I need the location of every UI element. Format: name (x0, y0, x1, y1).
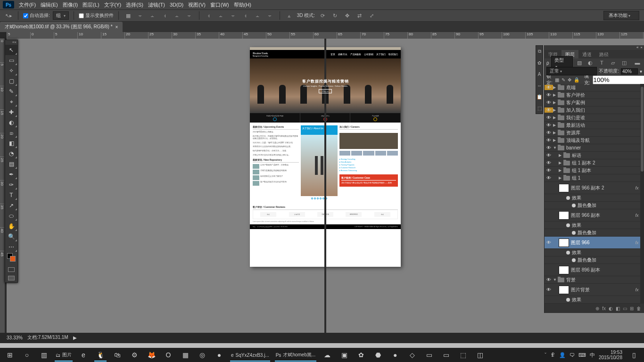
panel-action-icon[interactable]: 🗑 (636, 306, 641, 311)
visibility-toggle[interactable]: 👁 (545, 240, 553, 245)
taskbar-chrome[interactable]: ◎ (194, 348, 210, 362)
close-icon[interactable]: × (640, 45, 643, 50)
align-icon[interactable]: ⫠ (148, 11, 157, 20)
taskbar-app6[interactable]: ▭ (421, 348, 437, 362)
tray-icon[interactable]: 🕏 (550, 352, 555, 358)
tool-6[interactable]: ✚ (5, 107, 17, 117)
panel-action-icon[interactable]: ◧ (616, 306, 620, 311)
tool-8[interactable]: ⎄ (5, 128, 17, 138)
fill-input[interactable] (593, 75, 644, 84)
layer-row[interactable]: 颜色叠加 (545, 202, 644, 209)
visibility-toggle[interactable]: 👁 (545, 175, 553, 181)
tool-18[interactable]: 🔍 (5, 231, 17, 242)
layer-name[interactable]: 底端 (566, 84, 644, 91)
opacity-scrub-icon[interactable]: ▾ (640, 69, 642, 74)
menu-type[interactable]: 文字(Y) (104, 1, 122, 8)
visibility-toggle[interactable]: 👁 (545, 168, 553, 173)
scrollbar[interactable] (640, 84, 644, 304)
layer-row[interactable]: 👁▶最新活动 (545, 122, 644, 129)
taskbar-ie[interactable]: eSqYxZ4zxB3.j... (228, 348, 272, 362)
3d-roll-icon[interactable]: ↻ (330, 11, 339, 20)
disclosure-arrow-icon[interactable]: ▶ (553, 108, 558, 112)
dist-icon[interactable]: ⫟ (265, 11, 275, 20)
tool-13[interactable]: ✑ (5, 180, 17, 190)
layer-row[interactable]: 👁▼banner (545, 144, 644, 152)
dist-icon[interactable]: ⫠ (216, 11, 226, 20)
layer-thumbnail[interactable] (559, 211, 569, 220)
notifications-icon[interactable]: ▯ (626, 348, 642, 362)
disclosure-arrow-icon[interactable]: ▶ (559, 153, 563, 157)
tool-3[interactable]: ▢ (5, 76, 17, 86)
dist-icon[interactable]: ⫟ (229, 11, 238, 20)
tool-12[interactable]: ✒ (5, 169, 17, 180)
tool-17[interactable]: ✋ (5, 221, 17, 231)
layer-row[interactable]: 👁▶客户评价 (545, 91, 644, 99)
tool-7[interactable]: ◐ (5, 117, 17, 128)
tool-2[interactable]: ✧ (5, 66, 17, 76)
tray-icon[interactable]: ˇ (545, 352, 546, 358)
taskbar-app8[interactable]: ⬚ (455, 348, 471, 362)
panel-action-icon[interactable]: ◐ (609, 306, 613, 311)
taskbar-cortana[interactable]: ○ (19, 348, 35, 362)
menu-help[interactable]: 帮助(H) (234, 1, 251, 8)
filter-toggle[interactable]: ▬ (633, 58, 642, 67)
panel-icon[interactable]: A (536, 68, 543, 80)
layer-row[interactable]: 👁▶组 1 (545, 174, 644, 182)
taskbar-app5[interactable]: ● (387, 348, 403, 362)
panel-icon[interactable]: ⧉ (536, 46, 543, 57)
panel-icon[interactable]: 📋 (536, 91, 543, 102)
layer-thumbnail[interactable] (559, 184, 569, 192)
zoom-level[interactable]: 33.33% (7, 335, 23, 340)
close-icon[interactable]: × (116, 25, 118, 30)
disclosure-arrow-icon[interactable]: ▶ (553, 93, 558, 97)
taskbar-app7[interactable]: ▭ (438, 348, 454, 362)
visibility-toggle[interactable]: 👁 (545, 277, 553, 282)
layer-row[interactable]: 👁图层 966fx ▾ (545, 237, 644, 249)
dist-icon[interactable]: ⫞ (241, 11, 250, 20)
layer-row[interactable]: 👁▶资源库 (545, 129, 644, 137)
taskbar-onedrive[interactable]: ☁ (319, 348, 335, 362)
3d-orbit-icon[interactable]: ⟳ (318, 11, 327, 20)
auto-select-target[interactable]: 组 (53, 11, 69, 20)
align-icon[interactable]: ▦ (124, 11, 133, 20)
menu-3d[interactable]: 3D(D) (170, 2, 183, 8)
tab-paths[interactable]: 路径 (595, 50, 612, 58)
document-tab[interactable]: 才斌homeb黑1000.tif @ 33.3% (图层 966, RGB/8)… (0, 22, 123, 32)
tool-1[interactable]: ▭ (5, 55, 17, 66)
collapse-icon[interactable]: « (636, 45, 638, 50)
visibility-toggle[interactable]: 👁 (545, 107, 553, 113)
layer-name[interactable]: 组 1 副本 2 (572, 160, 644, 166)
opacity-input[interactable] (621, 68, 638, 74)
visibility-toggle[interactable]: 👁 (545, 130, 553, 135)
blend-mode[interactable]: 正常 (546, 67, 597, 75)
tool-16[interactable]: ⬭ (5, 211, 17, 221)
visibility-toggle[interactable]: 👁 (545, 160, 553, 165)
taskbar-opera[interactable]: O (160, 348, 176, 362)
layer-name[interactable]: 颜色叠加 (578, 257, 644, 263)
taskbar-app4[interactable]: ⬣ (370, 348, 386, 362)
layer-name[interactable]: 颜色叠加 (578, 230, 644, 236)
layer-name[interactable]: 图层 966 (571, 239, 635, 246)
dist-icon[interactable]: ⫞ (204, 11, 214, 20)
menu-edit[interactable]: 编辑(E) (41, 1, 58, 8)
visibility-toggle[interactable]: 👁 (545, 145, 553, 150)
layer-row[interactable]: 👁▶组 1 副本 (545, 167, 644, 174)
menu-view[interactable]: 视图(V) (188, 1, 206, 8)
layer-row[interactable]: 颜色叠加 (545, 229, 644, 237)
layer-name[interactable]: 效果 (572, 222, 644, 229)
menu-image[interactable]: 图像(I) (63, 1, 78, 8)
layer-name[interactable]: banner (566, 145, 644, 150)
taskbar-edge[interactable]: e (75, 348, 91, 362)
dist-icon[interactable]: ⫠ (253, 11, 263, 20)
document-canvas[interactable]: BrainsTankManagement Consulting 首页战略专长产品… (250, 47, 401, 267)
disclosure-arrow-icon[interactable]: ▼ (553, 146, 558, 150)
tray-icon[interactable]: ⌨ (578, 352, 586, 358)
visibility-toggle[interactable]: 👁 (545, 85, 553, 90)
align-icon[interactable]: ⫟ (185, 11, 194, 20)
visibility-toggle[interactable]: 👁 (545, 138, 553, 143)
align-icon[interactable]: ⫞ (160, 11, 170, 20)
layer-row[interactable]: 颜色叠加 (545, 256, 644, 264)
visibility-toggle[interactable]: 👁 (545, 92, 553, 98)
menu-select[interactable]: 选择(S) (126, 1, 143, 8)
taskbar-qq[interactable]: 🐧 (92, 348, 108, 362)
